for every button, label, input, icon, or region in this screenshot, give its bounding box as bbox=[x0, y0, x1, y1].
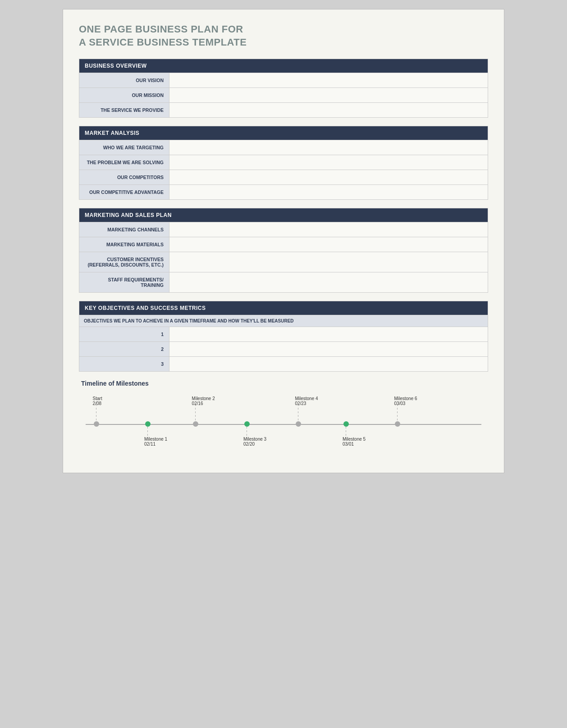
business-overview-header: BUSINESS OVERVIEW bbox=[79, 59, 488, 73]
row-value-mission bbox=[169, 88, 488, 103]
row-value-competitors bbox=[169, 170, 488, 185]
page: ONE PAGE BUSINESS PLAN FOR A SERVICE BUS… bbox=[63, 9, 504, 473]
row-label-channels: MARKETING CHANNELS bbox=[79, 222, 169, 237]
milestone-label: Milestone 603/03 bbox=[394, 396, 417, 406]
row-label-advantage: OUR COMPETITIVE ADVANTAGE bbox=[79, 185, 169, 200]
row-label-problem: THE PROBLEM WE ARE SOLVING bbox=[79, 155, 169, 170]
milestone-dot bbox=[343, 421, 349, 427]
row-label-obj3: 3 bbox=[79, 357, 169, 372]
row-label-targeting: WHO WE ARE TARGETING bbox=[79, 140, 169, 155]
milestone-dash-line bbox=[247, 427, 247, 437]
row-value-targeting bbox=[169, 140, 488, 155]
objectives-section: KEY OBJECTIVES AND SUCCESS METRICS OBJEC… bbox=[79, 301, 488, 372]
marketing-sales-header: MARKETING AND SALES PLAN bbox=[79, 208, 488, 222]
table-row: THE PROBLEM WE ARE SOLVING bbox=[79, 155, 488, 170]
row-label-mission: OUR MISSION bbox=[79, 88, 169, 103]
market-analysis-header: MARKET ANALYSIS bbox=[79, 126, 488, 140]
row-label-incentives: CUSTOMER INCENTIVES (REFERRALS, DISCOUNT… bbox=[79, 252, 169, 272]
table-row: 3 bbox=[79, 357, 488, 372]
table-row: CUSTOMER INCENTIVES (REFERRALS, DISCOUNT… bbox=[79, 252, 488, 272]
row-value-materials bbox=[169, 237, 488, 252]
market-analysis-section: MARKET ANALYSIS WHO WE ARE TARGETING THE… bbox=[79, 126, 488, 200]
business-overview-section: BUSINESS OVERVIEW OUR VISION OUR MISSION… bbox=[79, 59, 488, 118]
milestone-dash-line bbox=[298, 404, 298, 421]
table-row: OUR VISION bbox=[79, 73, 488, 88]
milestone-dash-line bbox=[346, 427, 346, 437]
milestone-dot bbox=[193, 421, 198, 427]
row-value-obj2 bbox=[169, 342, 488, 357]
milestone-dot bbox=[145, 421, 151, 427]
milestone-dash-line bbox=[195, 404, 196, 421]
table-row: MARKETING CHANNELS bbox=[79, 222, 488, 237]
milestone-label: Milestone 402/23 bbox=[295, 396, 318, 406]
row-label-service: THE SERVICE WE PROVIDE bbox=[79, 103, 169, 118]
table-row: OUR MISSION bbox=[79, 88, 488, 103]
milestone-dash-line bbox=[96, 404, 96, 421]
objectives-subheader: OBJECTIVES WE PLAN TO ACHIEVE IN A GIVEN… bbox=[79, 315, 488, 327]
milestone-dot bbox=[296, 421, 301, 427]
row-value-obj3 bbox=[169, 357, 488, 372]
table-row: THE SERVICE WE PROVIDE bbox=[79, 103, 488, 118]
timeline-section: Timeline of Milestones Start2/08Mileston… bbox=[79, 380, 488, 455]
milestone-dot bbox=[244, 421, 250, 427]
table-row: OUR COMPETITORS bbox=[79, 170, 488, 185]
row-label-staff: STAFF REQUIREMENTS/ TRAINING bbox=[79, 272, 169, 293]
milestone-dash-line bbox=[397, 404, 398, 421]
table-row: MARKETING MATERIALS bbox=[79, 237, 488, 252]
milestone-label: Milestone 102/11 bbox=[144, 437, 167, 447]
milestone-dot bbox=[395, 421, 400, 427]
milestone-label: Start2/08 bbox=[93, 396, 102, 406]
table-row: 2 bbox=[79, 342, 488, 357]
row-label-obj2: 2 bbox=[79, 342, 169, 357]
milestone-label: Milestone 302/20 bbox=[243, 437, 266, 447]
row-label-competitors: OUR COMPETITORS bbox=[79, 170, 169, 185]
timeline-title: Timeline of Milestones bbox=[81, 380, 486, 387]
marketing-sales-section: MARKETING AND SALES PLAN MARKETING CHANN… bbox=[79, 208, 488, 293]
row-value-incentives bbox=[169, 252, 488, 272]
table-row: OUR COMPETITIVE ADVANTAGE bbox=[79, 185, 488, 200]
row-value-problem bbox=[169, 155, 488, 170]
milestone-label: Milestone 202/16 bbox=[192, 396, 215, 406]
milestone-dot bbox=[94, 421, 99, 427]
timeline-container: Start2/08Milestone 202/16Milestone 402/2… bbox=[86, 396, 481, 455]
milestone-label: Milestone 503/01 bbox=[343, 437, 366, 447]
main-title: ONE PAGE BUSINESS PLAN FOR A SERVICE BUS… bbox=[79, 23, 488, 49]
table-row: WHO WE ARE TARGETING bbox=[79, 140, 488, 155]
table-row: STAFF REQUIREMENTS/ TRAINING bbox=[79, 272, 488, 293]
row-label-vision: OUR VISION bbox=[79, 73, 169, 88]
table-row: 1 bbox=[79, 327, 488, 342]
row-value-staff bbox=[169, 272, 488, 293]
row-value-service bbox=[169, 103, 488, 118]
milestone-dash-line bbox=[147, 427, 148, 437]
row-label-materials: MARKETING MATERIALS bbox=[79, 237, 169, 252]
row-value-advantage bbox=[169, 185, 488, 200]
row-value-channels bbox=[169, 222, 488, 237]
objectives-header: KEY OBJECTIVES AND SUCCESS METRICS bbox=[79, 301, 488, 315]
row-label-obj1: 1 bbox=[79, 327, 169, 342]
row-value-vision bbox=[169, 73, 488, 88]
row-value-obj1 bbox=[169, 327, 488, 342]
